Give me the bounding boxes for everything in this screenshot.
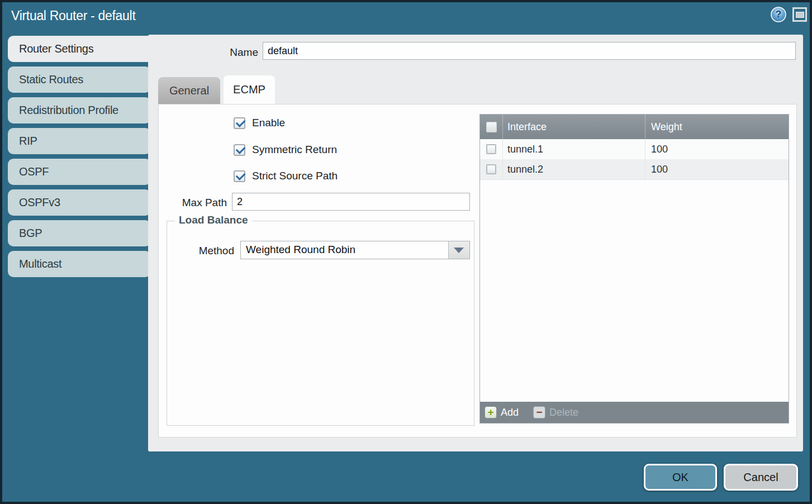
- sidebar-item-router-settings[interactable]: Router Settings: [8, 36, 154, 62]
- delete-button-label: Delete: [549, 407, 578, 419]
- add-button[interactable]: + Add: [485, 406, 519, 419]
- method-label: Method: [167, 245, 234, 257]
- weight-cell: 100: [645, 159, 789, 179]
- checkmark-icon: [236, 170, 246, 180]
- max-path-label: Max Path: [159, 197, 227, 209]
- tab-general[interactable]: General: [158, 77, 220, 104]
- interface-cell: tunnel.2: [502, 159, 645, 179]
- load-balance-group: Load Balance Method Weighted Round Robin: [167, 221, 474, 426]
- checkmark-icon: [236, 144, 246, 154]
- help-icon[interactable]: ?: [771, 7, 786, 22]
- method-selected-value: Weighted Round Robin: [246, 244, 355, 256]
- weight-cell: 100: [645, 139, 789, 159]
- symmetric-return-label: Symmetric Return: [252, 144, 337, 156]
- sidebar-item-rip[interactable]: RIP: [8, 128, 151, 154]
- row-checkbox[interactable]: [486, 164, 496, 174]
- sidebar-item-ospf[interactable]: OSPF: [8, 159, 151, 185]
- sidebar: Router Settings Static Routes Redistribu…: [8, 36, 154, 277]
- name-input[interactable]: [263, 42, 796, 60]
- table-row[interactable]: tunnel.1 100: [480, 139, 789, 159]
- restore-window-icon-inner: [796, 12, 804, 18]
- dialog-title: Virtual Router - default: [11, 8, 136, 23]
- strict-source-path-checkbox[interactable]: [234, 170, 245, 182]
- strict-source-path-label: Strict Source Path: [252, 170, 338, 182]
- load-balance-legend: Load Balance: [175, 214, 252, 226]
- checkmark-icon: [236, 117, 246, 127]
- sidebar-item-multicast[interactable]: Multicast: [8, 251, 151, 277]
- select-all-checkbox[interactable]: [486, 122, 497, 132]
- row-checkbox[interactable]: [486, 144, 496, 154]
- weight-column-header[interactable]: Weight: [645, 115, 789, 139]
- sidebar-item-ospfv3[interactable]: OSPFv3: [8, 189, 151, 216]
- row-checkbox-cell: [480, 159, 502, 179]
- add-plus-icon: +: [485, 406, 497, 419]
- virtual-router-dialog: Virtual Router - default ? Router Settin…: [0, 0, 812, 504]
- name-label: Name: [148, 46, 258, 59]
- max-path-input[interactable]: [232, 193, 470, 211]
- row-checkbox-cell: [480, 139, 502, 159]
- chevron-down-icon[interactable]: [448, 241, 469, 259]
- enable-checkbox[interactable]: [234, 117, 245, 129]
- chevron-down-triangle: [454, 248, 464, 253]
- interface-table: Interface Weight tunnel.1 100 tunnel.2 1…: [479, 114, 789, 424]
- header-checkbox-cell: [480, 115, 502, 139]
- symmetric-return-checkbox[interactable]: [234, 144, 245, 156]
- add-button-label: Add: [501, 407, 519, 419]
- delete-minus-icon: −: [533, 406, 545, 419]
- content-panel: Name General ECMP Enable Symmetric Retur…: [148, 35, 803, 451]
- method-dropdown[interactable]: Weighted Round Robin: [240, 241, 470, 259]
- sidebar-item-bgp[interactable]: BGP: [8, 220, 151, 246]
- ecmp-tab-content: Enable Symmetric Return Strict Source Pa…: [158, 104, 797, 438]
- interface-cell: tunnel.1: [502, 139, 645, 159]
- interface-column-header[interactable]: Interface: [502, 115, 645, 139]
- cancel-button[interactable]: Cancel: [724, 464, 798, 491]
- sidebar-item-redistribution-profile[interactable]: Redistribution Profile: [8, 97, 151, 123]
- ok-button[interactable]: OK: [644, 464, 717, 491]
- delete-button[interactable]: − Delete: [533, 406, 578, 419]
- table-toolbar: + Add − Delete: [480, 402, 789, 423]
- table-header: Interface Weight: [480, 115, 789, 139]
- enable-label: Enable: [252, 117, 285, 129]
- tab-ecmp[interactable]: ECMP: [224, 75, 275, 104]
- sidebar-item-static-routes[interactable]: Static Routes: [8, 66, 151, 93]
- restore-window-icon[interactable]: [792, 7, 807, 22]
- table-row[interactable]: tunnel.2 100: [480, 159, 789, 180]
